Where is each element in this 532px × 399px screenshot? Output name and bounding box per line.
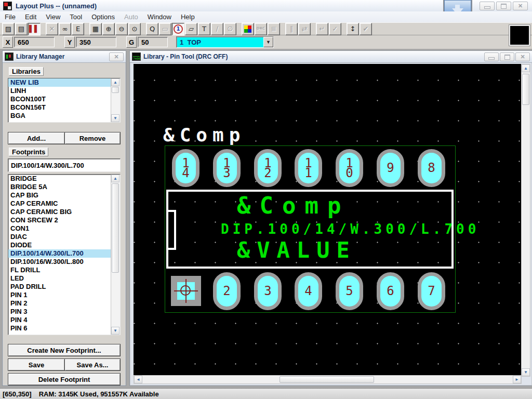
shove-button[interactable]: ∥ [285, 23, 298, 35]
pad-pin-10[interactable]: 10 [336, 149, 363, 187]
scrollbar-thumb[interactable] [280, 376, 374, 383]
query-button[interactable]: Q [146, 23, 158, 35]
online-drc-button[interactable]: DRC [255, 23, 267, 35]
text-tool-button[interactable]: T [198, 23, 210, 35]
footprint-list-item[interactable]: DIP.100/14/W.300/L.700 [8, 249, 111, 258]
pin-tool-button[interactable]: 1 [172, 23, 184, 35]
scroll-down-icon[interactable]: ▼ [111, 114, 119, 122]
footprint-list-item[interactable]: CAP BIG [8, 191, 111, 200]
scroll-right-icon[interactable]: ► [513, 376, 521, 383]
save-design-button[interactable]: ▤ [15, 23, 28, 35]
footprint-list-item[interactable]: DIODE [8, 241, 111, 249]
layer-selector[interactable]: 1 TOP ▼ [176, 36, 274, 48]
finish-route-button[interactable]: ✓ [329, 23, 341, 35]
create-new-footprint-button[interactable]: Create New Footprint... [8, 344, 121, 356]
chevron-down-icon[interactable]: ▼ [263, 37, 273, 47]
menu-item[interactable]: Auto [119, 12, 143, 22]
footprint-list-item[interactable]: DIAC [8, 233, 111, 241]
footprint-list-item[interactable]: FL DRILL [8, 266, 111, 274]
library-list-item[interactable]: LINH [8, 87, 111, 95]
scrollbar-thumb[interactable] [112, 87, 119, 93]
pad-pin-8[interactable]: 8 [418, 149, 445, 187]
canvas[interactable]: &Comp &Comp DIP.100/14/W.300/L.700 &VALU… [134, 64, 522, 377]
component-tool-button[interactable]: ▭ [159, 23, 171, 35]
footprint-list-item[interactable]: PIN 6 [8, 324, 111, 332]
menu-item[interactable]: View [41, 12, 65, 22]
library-list-item[interactable]: BCON100T [8, 95, 111, 103]
maximize-button[interactable] [496, 2, 511, 10]
pad-pin-2[interactable]: 2 [213, 272, 241, 310]
footprint-list-item[interactable]: BRIDGE [8, 175, 111, 183]
footprint-list-item[interactable]: PIN 2 [8, 299, 111, 308]
silkscreen-value[interactable]: &VALUE [237, 237, 356, 263]
library-list-item[interactable]: NEW LIB [8, 78, 111, 87]
footprint-list-item[interactable]: PIN 4 [8, 316, 111, 324]
library-list-item[interactable]: BGA [8, 112, 111, 120]
route-button[interactable]: ↵ [316, 23, 328, 35]
scroll-left-icon[interactable]: ◄ [134, 376, 142, 383]
add-library-button[interactable]: Add... [8, 132, 65, 144]
pin-tool-close-button[interactable]: ✕ [515, 52, 530, 61]
footprint-list-item[interactable]: CON1 [8, 224, 111, 233]
silkscreen-comp-ref[interactable]: &Comp [237, 192, 350, 219]
silkscreen-footprint-name[interactable]: DIP.100/14/W.300/L.700 [221, 221, 480, 237]
library-manager-button[interactable]: ▌▌ [28, 23, 41, 35]
error-tool-button[interactable]: ∅ [224, 23, 236, 35]
zoom-all-button[interactable]: ⊙ [128, 23, 141, 35]
edit-button[interactable]: E [72, 23, 84, 35]
menu-item[interactable]: Edit [20, 12, 41, 22]
menu-item[interactable]: Window [143, 12, 176, 22]
obstacle-tool-button[interactable]: ▱ [185, 23, 197, 35]
pad-pin-11[interactable]: 11 [295, 149, 322, 187]
footprint-list-item[interactable]: CAP CERAMIC BIG [8, 208, 111, 216]
footprint-list-item[interactable]: BRIDGE 5A [8, 183, 111, 191]
scroll-up-icon[interactable]: ▲ [111, 78, 119, 86]
footprint-list-item[interactable]: CON SRCEW 2 [8, 216, 111, 224]
footprint-list-item[interactable]: PAD DRILL [8, 283, 111, 291]
pad-pin-5[interactable]: 5 [336, 272, 363, 310]
footprint-list-item[interactable]: DIP.100/16/W.300/L.800 [8, 258, 111, 266]
scrollbar-thumb[interactable] [112, 183, 119, 273]
reconnect-button[interactable]: ≣ [268, 23, 280, 35]
minimize-button[interactable] [480, 2, 495, 10]
scroll-up-icon[interactable]: ▲ [111, 175, 119, 182]
footprint-name-field[interactable]: DIP.100/14/W.300/L.700 [8, 158, 121, 172]
pad-pin-12[interactable]: 12 [254, 149, 282, 187]
menu-item[interactable]: Help [176, 12, 200, 22]
remove-library-button[interactable]: Remove [64, 132, 121, 144]
min-max-button[interactable]: ↕ [347, 23, 359, 35]
drc-check-button[interactable]: ✔ [360, 23, 372, 35]
save-as-button[interactable]: Save As... [64, 358, 121, 371]
close-button[interactable]: ✕ [513, 2, 528, 10]
pad-pin-9[interactable]: 9 [377, 149, 404, 187]
pin-tool-restore-button[interactable] [500, 52, 514, 61]
libraries-scrollbar[interactable]: ▲ ▼ [111, 78, 120, 122]
canvas-horizontal-scrollbar[interactable]: ◄ ► [134, 375, 522, 384]
exchange-button[interactable]: ⇄ [298, 23, 311, 35]
zoom-out-button[interactable]: ⊖ [115, 23, 128, 35]
pad-pin-1-selected[interactable] [171, 276, 201, 306]
scroll-up-icon[interactable]: ▲ [522, 64, 530, 72]
zoom-in-button[interactable]: ⊕ [102, 23, 115, 35]
delete-footprint-button[interactable]: Delete Footprint [8, 373, 121, 385]
scroll-down-icon[interactable]: ▼ [111, 327, 119, 335]
silkscreen-comp-ref-top[interactable]: &Comp [163, 124, 245, 145]
scrollbar-thumb[interactable] [522, 74, 529, 105]
footprint-list-item[interactable]: PIN 3 [8, 308, 111, 316]
footprints-scrollbar[interactable]: ▲ ▼ [111, 175, 120, 335]
library-manager-close-button[interactable]: ✕ [109, 52, 124, 61]
save-button[interactable]: Save [8, 358, 65, 371]
find-button[interactable]: ∞ [59, 23, 71, 35]
footprint-list-item[interactable]: CAP CERAMIC [8, 200, 111, 208]
footprint-list-item[interactable]: PIN 1 [8, 291, 111, 299]
library-manager-title-bar[interactable]: Library Manager ✕ [3, 51, 126, 63]
menu-item[interactable]: Tool [65, 12, 87, 22]
y-coordinate-field[interactable]: 350 [76, 37, 116, 47]
grid-field[interactable]: 50 [138, 37, 168, 47]
pad-pin-14[interactable]: 14 [172, 149, 200, 187]
connection-tool-button[interactable]: ∕ [211, 23, 223, 35]
x-coordinate-field[interactable]: 650 [14, 37, 55, 47]
open-design-button[interactable]: ▨ [2, 23, 15, 35]
pad-pin-6[interactable]: 6 [377, 272, 404, 310]
pad-pin-13[interactable]: 13 [213, 149, 241, 187]
